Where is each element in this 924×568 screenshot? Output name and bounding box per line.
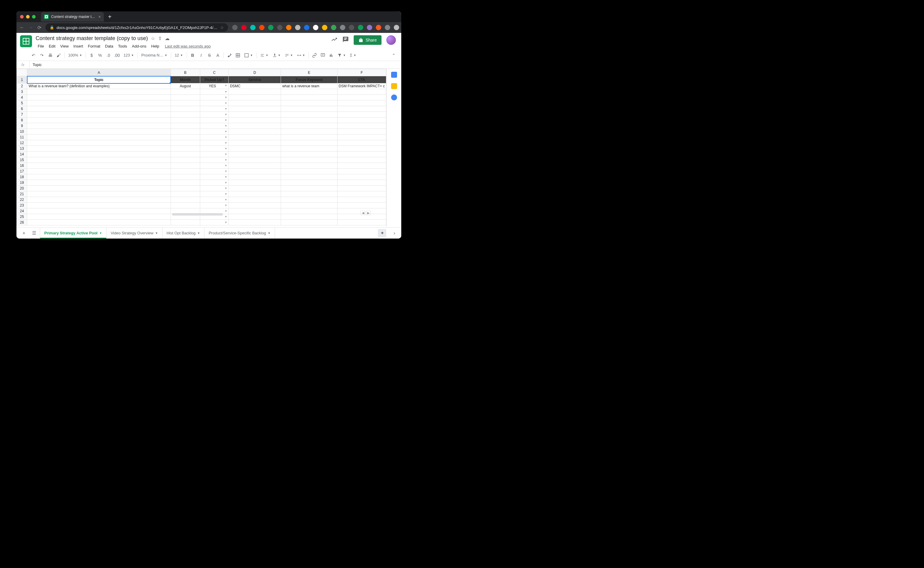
cloud-status-icon[interactable]: ☁ [165,36,170,41]
sheet-tab-menu-icon[interactable]: ▼ [197,232,200,235]
cell[interactable]: DSMC [229,83,281,89]
column-header[interactable]: C [200,69,229,76]
cell[interactable] [281,95,338,100]
cell[interactable] [229,157,281,163]
cell[interactable]: ▼ [200,118,229,123]
cell[interactable] [171,118,200,123]
cell[interactable] [337,89,386,95]
row-header[interactable]: 21 [17,191,27,197]
sheet-header-cell[interactable]: Focus Keyword [281,76,338,83]
url-input[interactable]: 🔒 docs.google.com/spreadsheets/d/1Zcfxs2… [45,23,228,32]
cell[interactable] [337,118,386,123]
row-header[interactable]: 4 [17,95,27,100]
cell[interactable] [281,197,338,203]
cell[interactable] [171,129,200,134]
row-header[interactable]: 23 [17,203,27,208]
cell[interactable] [27,89,171,95]
extension-icon[interactable] [304,25,309,30]
cell[interactable] [229,100,281,106]
cell[interactable] [229,89,281,95]
increase-decimal-button[interactable]: .00 [113,51,121,59]
cell[interactable]: ▼ [200,186,229,191]
dropdown-icon[interactable]: ▼ [225,198,227,201]
cell[interactable] [281,123,338,129]
cell[interactable] [281,100,338,106]
borders-button[interactable] [234,51,242,59]
cell[interactable] [229,220,281,225]
cell[interactable] [337,129,386,134]
extension-icon[interactable] [268,25,274,30]
cell[interactable] [337,157,386,163]
cell[interactable] [337,169,386,174]
sheet-header-cell[interactable]: Month [171,76,200,83]
row-header[interactable]: 26 [17,220,27,225]
dropdown-icon[interactable]: ▼ [225,210,227,213]
dropdown-icon[interactable]: ▼ [225,130,227,133]
cell[interactable] [27,191,171,197]
cell[interactable] [337,140,386,146]
cell[interactable] [281,129,338,134]
side-panel-toggle[interactable]: › [390,229,399,238]
cell[interactable]: ▼ [200,220,229,225]
cell[interactable] [229,118,281,123]
cell[interactable] [281,203,338,208]
row-header[interactable]: 3 [17,89,27,95]
cell[interactable]: ▼ [200,163,229,169]
cell[interactable] [171,191,200,197]
cell[interactable]: ▼ [200,146,229,151]
cell[interactable] [281,186,338,191]
cell[interactable]: ▼ [200,134,229,140]
cell[interactable] [27,197,171,203]
cell[interactable] [337,174,386,180]
row-header[interactable]: 24 [17,208,27,214]
cell[interactable] [229,208,281,214]
cell[interactable] [229,129,281,134]
cell[interactable]: ▼ [200,180,229,186]
comments-icon[interactable] [342,36,349,44]
sheet-header-cell[interactable]: Topic [27,76,171,83]
cell[interactable] [171,203,200,208]
close-tab-icon[interactable]: × [98,14,101,19]
cell[interactable] [171,106,200,112]
last-edit-link[interactable]: Last edit was seconds ago [165,43,211,50]
collapse-toolbar-button[interactable]: ⌃ [390,51,398,59]
dropdown-icon[interactable]: ▼ [225,113,227,116]
new-tab-button[interactable]: + [108,14,112,20]
dropdown-icon[interactable]: ▼ [225,107,227,110]
percent-button[interactable]: % [96,51,104,59]
cell[interactable]: ▼ [200,89,229,95]
extension-icon[interactable] [349,25,354,30]
activity-icon[interactable] [331,36,338,44]
cell[interactable] [229,174,281,180]
dropdown-icon[interactable]: ▼ [225,102,227,105]
paint-format-button[interactable]: 🖌 [55,51,62,59]
cell[interactable]: ▼ [200,151,229,157]
extension-icon[interactable] [358,25,363,30]
cell[interactable] [281,191,338,197]
cell[interactable] [171,157,200,163]
cell[interactable] [171,186,200,191]
cell[interactable] [27,180,171,186]
cell[interactable] [27,140,171,146]
close-window-button[interactable] [20,15,24,18]
cell[interactable]: ▼ [200,169,229,174]
insert-comment-button[interactable] [319,51,327,59]
cell[interactable] [27,123,171,129]
add-sheet-button[interactable]: + [20,229,29,238]
star-icon[interactable]: ☆ [151,36,155,41]
column-header[interactable]: F [337,69,386,76]
cell[interactable] [281,174,338,180]
share-button[interactable]: Share [354,35,382,45]
cell[interactable] [27,100,171,106]
cell[interactable] [337,186,386,191]
cell[interactable] [27,118,171,123]
menu-data[interactable]: Data [103,43,115,50]
cell[interactable] [229,151,281,157]
cell[interactable] [171,220,200,225]
cell[interactable] [281,180,338,186]
cell[interactable] [27,146,171,151]
row-header[interactable]: 16 [17,163,27,169]
cell[interactable]: what is a revenue team [281,83,338,89]
v-align-button[interactable]: ▼ [271,53,282,57]
cell[interactable]: ▼ [200,129,229,134]
